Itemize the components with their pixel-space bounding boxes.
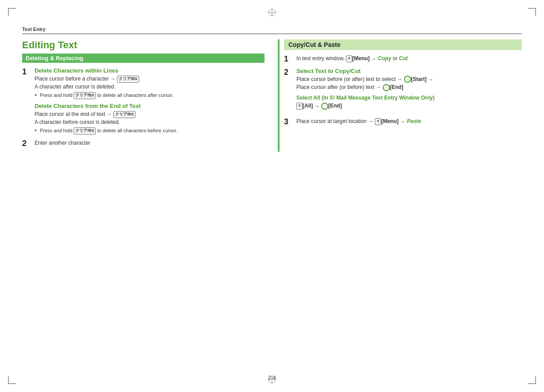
page-header: Text Entry xyxy=(22,27,522,34)
all-label: [All] xyxy=(303,103,313,109)
right-step-2-content: Select Text to Copy/Cut Place cursor bef… xyxy=(296,68,522,114)
corner-mark-bl xyxy=(8,376,16,384)
left-step-2-content: Enter another character xyxy=(35,139,264,149)
delete-within-lines-bullets: Press and hold クリア/BS to delete all char… xyxy=(35,92,264,99)
left-section-title: Editing Text xyxy=(22,39,264,51)
corner-mark-tr xyxy=(528,8,536,16)
copy-label: Copy xyxy=(378,55,391,61)
select-all-body: Y[All] → ○[End] xyxy=(296,102,522,110)
two-column-layout: Editing Text Deleting & Replacing 1 Dele… xyxy=(22,39,522,152)
right-step-2-number: 2 xyxy=(284,68,293,114)
delete-within-lines-body: Place cursor before a character → クリア/BS xyxy=(35,75,264,83)
delete-from-end-body: Place cursor at the end of text → クリア/BS xyxy=(35,110,264,118)
delete-from-end-note: A character before cursor is deleted. xyxy=(35,118,264,126)
end-circle-btn: ○ xyxy=(383,84,390,91)
delete-within-lines-note: A character after cursor is deleted. xyxy=(35,83,264,91)
all-end-circle-btn: ○ xyxy=(321,103,328,110)
left-subsection-bar: Deleting & Replacing xyxy=(22,54,264,63)
cross-top xyxy=(268,8,276,17)
header-title: Text Entry xyxy=(22,27,46,32)
right-step-3-content: Place cursor at target location → Y[Menu… xyxy=(296,117,522,127)
right-section-title: Copy/Cut & Paste xyxy=(288,41,340,48)
right-step-1: 1 In text entry window, Y[Menu] → Copy o… xyxy=(284,54,522,64)
right-step-3: 3 Place cursor at target location → Y[Me… xyxy=(284,117,522,127)
left-step-1-content: Delete Characters within Lines Place cur… xyxy=(35,67,264,135)
select-text-heading: Select Text to Copy/Cut xyxy=(296,68,522,74)
paste-label: Paste xyxy=(407,118,421,124)
select-all-section: Select All (In S! Mail Message Text Entr… xyxy=(296,95,522,110)
bullet-1: Press and hold クリア/BS to delete all char… xyxy=(35,92,264,99)
left-step-2: 2 Enter another character xyxy=(22,139,264,149)
corner-mark-tl xyxy=(8,8,16,16)
page-content: Text Entry Editing Text Deleting & Repla… xyxy=(22,27,522,370)
left-step-1: 1 Delete Characters within Lines Place c… xyxy=(22,67,264,135)
body1a-text: Place cursor before a character → xyxy=(35,76,116,82)
right-step-1-content: In text entry window, Y[Menu] → Copy or … xyxy=(296,54,522,64)
left-subsection-label: Deleting & Replacing xyxy=(26,55,83,61)
left-step-2-body: Enter another character xyxy=(35,139,264,147)
right-step-1-number: 1 xyxy=(284,54,293,64)
right-section-inner: Copy/Cut & Paste 1 In text entry window,… xyxy=(280,39,522,127)
y-all-btn: Y xyxy=(296,103,303,110)
delete-within-lines-heading: Delete Characters within Lines xyxy=(35,67,264,74)
start-circle-btn: ○ xyxy=(404,76,411,83)
right-section-bar: Copy/Cut & Paste xyxy=(284,39,522,50)
delete-from-end-bullets: Press and hold クリア/BS to delete all char… xyxy=(35,127,264,135)
menu-btn-3: Y xyxy=(375,118,381,125)
right-column: Copy/Cut & Paste 1 In text entry window,… xyxy=(278,39,522,152)
right-step-3-body: Place cursor at target location → Y[Menu… xyxy=(296,117,522,126)
bullet-2: Press and hold クリア/BS to delete all char… xyxy=(35,127,264,135)
clear-btn-hold-2: クリア/BS xyxy=(74,127,96,135)
start-label: [Start] xyxy=(411,76,427,82)
end-label: [End] xyxy=(390,84,404,90)
menu-label-3: [Menu] xyxy=(381,118,398,124)
select-all-heading: Select All (In S! Mail Message Text Entr… xyxy=(296,95,522,101)
left-column: Editing Text Deleting & Replacing 1 Dele… xyxy=(22,39,264,152)
menu-label-1: [Menu] xyxy=(352,55,369,61)
page-number: 2-4 xyxy=(268,375,276,381)
clear-btn-1: クリア/BS xyxy=(117,76,139,83)
right-step-1-body: In text entry window, Y[Menu] → Copy or … xyxy=(296,54,522,63)
right-step-3-number: 3 xyxy=(284,117,293,127)
left-step-1-number: 1 xyxy=(22,67,31,135)
right-step-2: 2 Select Text to Copy/Cut Place cursor b… xyxy=(284,68,522,114)
all-end-label: [End] xyxy=(328,103,342,109)
menu-btn-1: Y xyxy=(346,55,352,62)
cut-label: Cut xyxy=(399,55,408,61)
corner-mark-br xyxy=(528,376,536,384)
clear-btn-2: クリア/BS xyxy=(113,111,136,118)
select-text-body2: Place cursor after (or before) text → ○[… xyxy=(296,83,522,91)
select-text-body1: Place cursor before (or after) text to s… xyxy=(296,75,522,84)
delete-from-end-heading: Delete Characters from the End of Text xyxy=(35,103,264,109)
left-step-2-number: 2 xyxy=(22,139,31,149)
clear-btn-hold-1: クリア/BS xyxy=(74,92,96,99)
